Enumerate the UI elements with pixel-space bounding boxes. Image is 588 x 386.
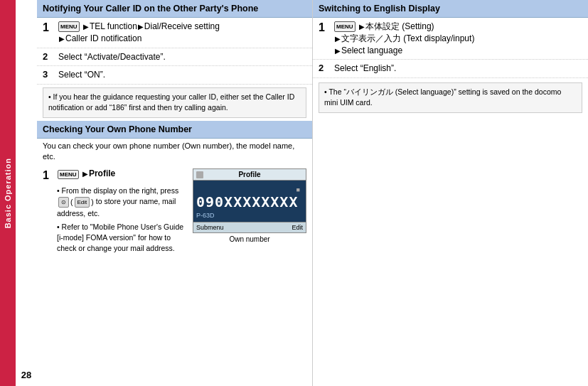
right-section1-header: Switching to English Display: [313, 0, 588, 18]
right-step-2: 2 Select “English”.: [313, 60, 588, 78]
right-step-1-number: 1: [319, 21, 330, 34]
profile-menu-icon: MENU ▶Profile: [58, 168, 115, 178]
profile-section: You can check your own phone number (Own…: [37, 139, 312, 257]
arrow-1c: ▶: [59, 35, 65, 43]
section1-title: Notifying Your Caller ID on the Other Pa…: [43, 4, 258, 14]
phone-indicator: ■: [296, 186, 300, 193]
right-note-text: The “バイリンガル (Select language)” setting i…: [324, 87, 577, 108]
profile-step-number: 1: [43, 168, 54, 182]
left-column: Notifying Your Caller ID on the Other Pa…: [37, 0, 313, 386]
profile-desc: You can check your own phone number (Own…: [43, 139, 306, 166]
menu-icon-1: MENU: [58, 21, 80, 32]
phone-bottom-bar: Submenu Edit: [193, 222, 306, 232]
camera-icon: ⊙: [58, 197, 69, 208]
step-1-number: 1: [43, 21, 54, 34]
section1-header: Notifying Your Caller ID on the Other Pa…: [37, 0, 312, 18]
right-step-2-text: Select “English”.: [334, 63, 396, 73]
right-step-1-content: MENU ▶本体設定 (Setting) ▶文字表示／入力 (Text disp…: [334, 21, 582, 56]
section2-header: Checking Your Own Phone Number: [37, 121, 312, 139]
phone-title-text: Profile: [238, 171, 260, 178]
step-2-left: 2 Select “Activate/Deactivate”.: [37, 48, 312, 67]
submenu-label: Submenu: [196, 224, 224, 231]
phone-mockup: Profile ■ 090XXXXXXXX P-63D Submenu: [193, 168, 306, 233]
profile-row: 1 MENU ▶Profile From the display on the …: [43, 166, 306, 257]
profile-bullet-2: Refer to "Mobile Phone User's Guide [i-m…: [57, 222, 187, 254]
phone-screen: ■ 090XXXXXXXX P-63D: [193, 181, 306, 222]
edit-btn-icon: Edit: [75, 197, 90, 208]
phone-number: 090XXXXXXXX: [196, 193, 303, 210]
right-section1-title: Switching to English Display: [319, 4, 440, 14]
right-step-2-content: Select “English”.: [334, 63, 582, 75]
title-bar-icon: [196, 171, 203, 178]
profile-label: Profile: [89, 168, 115, 178]
step-1-content: MENU ▶TEL function▶Dial/Receive setting …: [58, 21, 306, 45]
step-2-number: 2: [43, 51, 54, 63]
step-3-number: 3: [43, 69, 54, 80]
edit-label: Edit: [292, 224, 303, 231]
arrow-profile: ▶: [82, 170, 88, 178]
arrow-1a: ▶: [83, 23, 89, 31]
main-content: Notifying Your Caller ID on the Other Pa…: [37, 0, 588, 386]
right-column: Switching to English Display 1 MENU ▶本体設…: [313, 0, 588, 386]
note-1-text: If you hear the guidance requesting your…: [48, 92, 301, 113]
step-2-text: Select “Activate/Deactivate”.: [58, 52, 166, 62]
page-number: 28: [21, 370, 31, 380]
step-3-left: 3 Select “ON”.: [37, 66, 312, 85]
profile-step-content: 1 MENU ▶Profile From the display on the …: [43, 168, 187, 254]
own-number-label: Own number: [193, 235, 306, 243]
phone-title-bar: Profile: [193, 169, 306, 181]
step-2-content: Select “Activate/Deactivate”.: [58, 51, 306, 63]
right-note-box: The “バイリンガル (Select language)” setting i…: [319, 82, 582, 112]
profile-bullet-1: From the display on the right, press ⊙ (…: [57, 186, 187, 220]
page-number-area: 28: [16, 0, 37, 386]
arrow-right-1c: ▶: [335, 47, 341, 55]
right-step-2-number: 2: [319, 63, 330, 74]
sidebar-label: Basic Operation: [4, 158, 12, 228]
note-box-1: If you hear the guidance requesting your…: [43, 87, 306, 117]
right-step-1: 1 MENU ▶本体設定 (Setting) ▶文字表示／入力 (Text di…: [313, 18, 588, 60]
profile-image: Profile ■ 090XXXXXXXX P-63D Submenu: [193, 168, 306, 243]
arrow-1b: ▶: [138, 23, 144, 31]
arrow-right-1b: ▶: [335, 35, 341, 43]
arrow-right-1a: ▶: [359, 23, 365, 31]
menu-icon-right-1: MENU: [334, 21, 356, 32]
sidebar: Basic Operation: [0, 0, 16, 386]
step-3-text: Select “ON”.: [58, 70, 105, 80]
section2-title: Checking Your Own Phone Number: [43, 124, 192, 134]
step-1-left: 1 MENU ▶TEL function▶Dial/Receive settin…: [37, 18, 312, 48]
menu-icon-profile: MENU: [58, 170, 79, 179]
step-3-content: Select “ON”.: [58, 69, 306, 81]
phone-model: P-63D: [196, 212, 303, 219]
